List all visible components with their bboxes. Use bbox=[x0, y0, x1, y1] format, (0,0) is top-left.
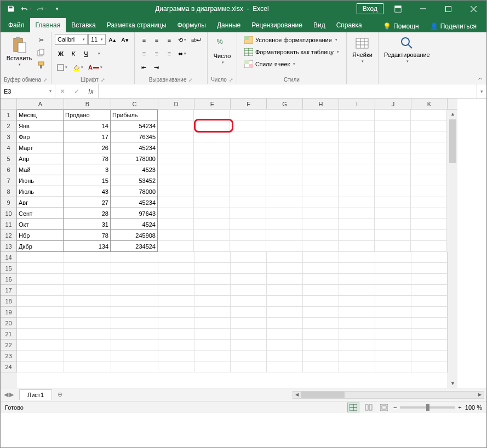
cells-button[interactable]: Ячейки bbox=[350, 34, 375, 66]
cell-blank[interactable] bbox=[230, 208, 266, 219]
cell-blank[interactable] bbox=[194, 296, 231, 307]
cell-styles-button[interactable]: Стили ячеек bbox=[240, 58, 343, 70]
cell-C1[interactable]: Прибыль bbox=[111, 110, 158, 120]
cell-blank[interactable] bbox=[302, 142, 339, 153]
cell-blank[interactable] bbox=[158, 351, 194, 361]
cell-C18[interactable] bbox=[111, 296, 158, 307]
cell-blank[interactable] bbox=[266, 131, 302, 142]
scroll-left-icon[interactable]: ◀ bbox=[293, 392, 301, 398]
cell-blank[interactable] bbox=[411, 285, 448, 296]
cell-blank[interactable] bbox=[375, 208, 411, 219]
row-header-18[interactable]: 18 bbox=[1, 296, 17, 307]
cell-blank[interactable] bbox=[231, 329, 267, 340]
cell-A18[interactable] bbox=[17, 296, 64, 307]
number-format-button[interactable]: %, Число bbox=[211, 34, 233, 67]
scroll-right-icon[interactable]: ▶ bbox=[476, 392, 484, 398]
cell-C4[interactable]: 45234 bbox=[111, 142, 158, 153]
align-bottom-icon[interactable]: ≡ bbox=[163, 34, 175, 46]
cell-A23[interactable] bbox=[17, 351, 64, 361]
qat-customize-icon[interactable]: ▾ bbox=[50, 2, 64, 16]
tellme-button[interactable]: 💡Помощн bbox=[379, 20, 423, 32]
cell-blank[interactable] bbox=[411, 142, 447, 153]
cell-blank[interactable] bbox=[158, 197, 194, 208]
col-header-E[interactable]: E bbox=[194, 99, 231, 110]
cell-blank[interactable] bbox=[194, 285, 231, 296]
cell-A15[interactable] bbox=[17, 263, 64, 274]
align-center-icon[interactable]: ≡ bbox=[151, 48, 163, 60]
scroll-up-icon[interactable]: ▲ bbox=[448, 110, 457, 118]
row-header-3[interactable]: 3 bbox=[1, 131, 17, 142]
row-header-13[interactable]: 13 bbox=[1, 241, 17, 252]
view-page-break-icon[interactable] bbox=[378, 403, 390, 412]
cell-blank[interactable] bbox=[231, 263, 267, 274]
cell-blank[interactable] bbox=[230, 142, 266, 153]
cell-blank[interactable] bbox=[194, 252, 231, 263]
cell-blank[interactable] bbox=[231, 307, 267, 318]
row-header-6[interactable]: 6 bbox=[1, 164, 17, 175]
cell-blank[interactable] bbox=[231, 274, 267, 285]
cell-blank[interactable] bbox=[302, 197, 339, 208]
cell-blank[interactable] bbox=[158, 296, 194, 307]
cell-blank[interactable] bbox=[194, 241, 230, 252]
cell-blank[interactable] bbox=[266, 230, 302, 241]
cell-A22[interactable] bbox=[17, 340, 64, 351]
cell-blank[interactable] bbox=[411, 274, 448, 285]
cell-blank[interactable] bbox=[375, 142, 411, 153]
cell-blank[interactable] bbox=[194, 164, 230, 175]
row-header-23[interactable]: 23 bbox=[1, 351, 17, 361]
cell-A8[interactable]: Июль bbox=[16, 186, 64, 197]
cell-blank[interactable] bbox=[194, 153, 230, 164]
cell-C23[interactable] bbox=[111, 351, 158, 361]
cell-blank[interactable] bbox=[339, 274, 375, 285]
col-header-I[interactable]: I bbox=[339, 99, 375, 110]
row-header-4[interactable]: 4 bbox=[1, 142, 17, 153]
cell-blank[interactable] bbox=[194, 361, 231, 372]
cell-blank[interactable] bbox=[339, 241, 375, 252]
ribbon-options-icon[interactable] bbox=[387, 1, 409, 17]
cancel-icon[interactable]: ✕ bbox=[55, 88, 70, 95]
cell-A13[interactable]: Дкбр bbox=[16, 241, 64, 252]
cell-blank[interactable] bbox=[267, 318, 303, 329]
cell-blank[interactable] bbox=[411, 252, 448, 263]
merge-icon[interactable]: ⬌ bbox=[176, 48, 188, 60]
tab-home[interactable]: Главная bbox=[30, 18, 66, 32]
cell-blank[interactable] bbox=[375, 186, 411, 197]
cell-blank[interactable] bbox=[375, 230, 411, 241]
cell-blank[interactable] bbox=[302, 153, 339, 164]
cell-blank[interactable] bbox=[158, 142, 194, 153]
cell-A10[interactable]: Сент bbox=[16, 208, 64, 219]
cell-blank[interactable] bbox=[230, 241, 266, 252]
row-header-15[interactable]: 15 bbox=[1, 263, 17, 274]
zoom-slider[interactable] bbox=[400, 406, 455, 409]
cell-C2[interactable]: 54234 bbox=[111, 120, 158, 131]
cell-B24[interactable] bbox=[64, 361, 111, 372]
cell-blank[interactable] bbox=[411, 186, 447, 197]
cell-blank[interactable] bbox=[411, 296, 448, 307]
cell-blank[interactable] bbox=[411, 340, 448, 351]
cell-blank[interactable] bbox=[303, 329, 339, 340]
cell-blank[interactable] bbox=[375, 110, 411, 120]
cell-blank[interactable] bbox=[231, 351, 267, 361]
cell-blank[interactable] bbox=[411, 208, 447, 219]
cell-blank[interactable] bbox=[230, 120, 266, 131]
format-painter-icon[interactable] bbox=[35, 59, 47, 71]
cell-blank[interactable] bbox=[231, 296, 267, 307]
cell-blank[interactable] bbox=[411, 110, 447, 120]
increase-font-icon[interactable]: A▴ bbox=[106, 34, 118, 46]
cell-blank[interactable] bbox=[267, 285, 303, 296]
row-header-12[interactable]: 12 bbox=[1, 230, 17, 241]
col-header-J[interactable]: J bbox=[375, 99, 411, 110]
horizontal-scrollbar[interactable]: ◀ ▶ bbox=[293, 391, 484, 399]
cell-blank[interactable] bbox=[230, 197, 266, 208]
cell-blank[interactable] bbox=[339, 340, 375, 351]
cell-C13[interactable]: 234524 bbox=[111, 241, 158, 252]
cell-blank[interactable] bbox=[303, 318, 339, 329]
clipboard-launcher[interactable]: ⤢ bbox=[43, 77, 48, 83]
cell-blank[interactable] bbox=[339, 186, 375, 197]
cell-A2[interactable]: Янв bbox=[16, 120, 64, 131]
col-header-H[interactable]: H bbox=[303, 99, 339, 110]
cell-C12[interactable]: 245908 bbox=[111, 230, 158, 241]
cell-blank[interactable] bbox=[266, 142, 302, 153]
cell-blank[interactable] bbox=[267, 351, 303, 361]
cell-blank[interactable] bbox=[194, 263, 231, 274]
